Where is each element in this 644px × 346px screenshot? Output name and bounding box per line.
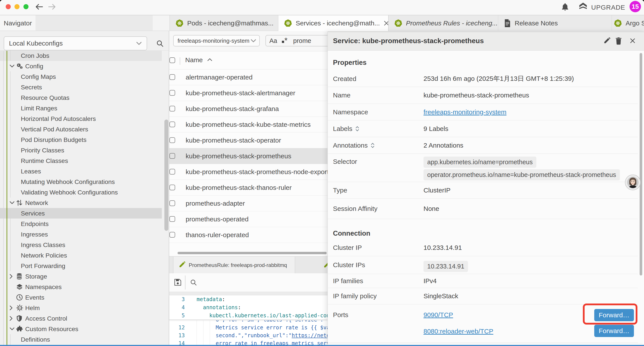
close-window-button[interactable] (6, 4, 11, 9)
sidebar-item-cron-jobs[interactable]: Cron Jobs (0, 50, 162, 61)
service-name: kube-prometheus-stack-alertmanager (186, 89, 295, 97)
sidebar-item-events[interactable]: Events (0, 292, 162, 303)
row-checkbox[interactable] (170, 169, 175, 175)
forward-arrow-icon (48, 3, 56, 10)
sidebar-item-custom-resources[interactable]: Custom Resources (0, 324, 162, 334)
regex-toggle[interactable]: * (282, 36, 287, 45)
history-forward-button[interactable] (48, 3, 56, 11)
sidebar-item-priority-classes[interactable]: Priority Classes (0, 145, 162, 155)
user-notifications-badge[interactable]: 15 (630, 1, 641, 12)
helm-icon: HELM (16, 304, 23, 311)
svg-text:HELM: HELM (18, 307, 22, 309)
horizontal-scrollbar-thumb[interactable] (178, 252, 326, 254)
sidebar-item-network[interactable]: Network (0, 198, 162, 208)
sidebar-item-namespaces[interactable]: Namespaces (0, 282, 162, 292)
tab-bar-gap (153, 15, 169, 31)
tab-argo[interactable]: Argo Se (612, 15, 644, 31)
close-drawer-icon[interactable] (630, 38, 636, 44)
drawer-row-cluster_ips: Cluster IPs10.233.14.91 (328, 256, 638, 274)
forward-port-8080-button[interactable]: Forward… (594, 325, 634, 337)
sidebar-item-config-maps[interactable]: Config Maps (0, 71, 162, 82)
editor-search-icon[interactable] (190, 279, 197, 287)
port-link-8080[interactable]: 8080:reloader-web/TCP (424, 328, 494, 335)
row-checkbox[interactable] (170, 153, 175, 159)
sidebar-item-access-control[interactable]: Access Control (0, 313, 162, 324)
toggle-icon[interactable] (355, 126, 359, 132)
port-link-9090[interactable]: 9090/TCP (424, 311, 453, 319)
sidebar-item-definitions[interactable]: Definitions (0, 334, 162, 345)
line-number: 12 (169, 325, 185, 331)
sidebar-item-port-forwarding[interactable]: Port Forwarding (0, 261, 162, 271)
sidebar-item-pod-disruption-budgets[interactable]: Pod Disruption Budgets (0, 134, 162, 145)
maximize-window-button[interactable] (24, 4, 28, 9)
drawer-scrollbar-thumb[interactable] (640, 53, 642, 276)
sidebar-item-runtime-classes[interactable]: Runtime Classes (0, 155, 162, 166)
annotations-count: 2 Annotations (424, 142, 464, 149)
drawer-row-ip_family_policy: IP family policySingleStack (328, 288, 638, 304)
sidebar-item-endpoints[interactable]: Endpoints (0, 219, 162, 229)
sidebar-item-vertical-pod-autoscalers[interactable]: Vertical Pod Autoscalers (0, 124, 162, 134)
sidebar-item-ingress-classes[interactable]: Ingress Classes (0, 240, 162, 250)
dock-tab-prometheusrule[interactable]: PrometheusRule: freeleaps-prod-rabbitmq (173, 257, 295, 274)
sidebar-item-limit-ranges[interactable]: Limit Ranges (0, 103, 162, 113)
namespace-link[interactable]: freeleaps-monitoring-system (424, 108, 506, 116)
tab-prometheus[interactable]: Prometheus Rules - icecheng... (388, 15, 498, 31)
tree-expand-chevron[interactable] (10, 201, 14, 204)
tree-expand-chevron[interactable] (10, 316, 13, 321)
column-header-name[interactable]: Name (185, 56, 203, 64)
sidebar-item-config[interactable]: Config (0, 61, 162, 71)
save-icon[interactable] (174, 279, 182, 287)
sidebar-item-validating-webhook-configurations[interactable]: Validating Webhook Configurations (0, 187, 162, 198)
notifications-bell-icon[interactable] (561, 3, 569, 12)
clock-icon (16, 294, 23, 301)
tab-release[interactable]: Release Notes (498, 15, 612, 31)
chevron-right-icon (10, 274, 13, 279)
service-name: prometheus-operated (186, 216, 248, 223)
delete-icon[interactable] (615, 37, 622, 45)
sidebar-item-label: Leases (21, 168, 41, 175)
select-all-checkbox[interactable] (170, 57, 175, 63)
sidebar-item-label: Cron Jobs (21, 52, 49, 59)
sidebar-item-horizontal-pod-autoscalers[interactable]: Horizontal Pod Autoscalers (0, 113, 162, 124)
minimize-window-button[interactable] (14, 4, 20, 9)
row-checkbox[interactable] (170, 90, 175, 96)
tree-expand-chevron[interactable] (10, 327, 14, 331)
sidebar-item-network-policies[interactable]: Network Policies (0, 250, 162, 261)
toggle-icon[interactable] (371, 143, 374, 148)
sidebar-item-helm[interactable]: HELMHelm (0, 303, 162, 313)
sidebar-item-secrets[interactable]: Secrets (0, 82, 162, 92)
row-checkbox[interactable] (170, 122, 175, 127)
sidebar-item-leases[interactable]: Leases (0, 166, 162, 177)
tab-pods[interactable]: Pods - icecheng@mathmas... (170, 15, 278, 31)
row-checkbox[interactable] (170, 74, 175, 80)
row-checkbox[interactable] (170, 200, 175, 206)
row-checkbox[interactable] (170, 232, 175, 238)
match-case-toggle[interactable]: Aa (270, 37, 277, 44)
namespace-select[interactable]: freeleaps-monitoring-system (173, 35, 260, 46)
service-name: alertmanager-operated (186, 74, 252, 81)
sidebar-item-ingresses[interactable]: Ingresses (0, 229, 162, 240)
sidebar-item-storage[interactable]: Storage (0, 271, 162, 282)
row-checkbox[interactable] (170, 137, 175, 143)
upgrade-button[interactable]: UPGRADE (579, 2, 625, 13)
tree-expand-chevron[interactable] (10, 65, 14, 68)
sidebar-item-services[interactable]: Services (0, 208, 162, 219)
user-avatar[interactable] (625, 175, 641, 190)
close-tab-icon[interactable] (384, 20, 388, 26)
kubernetes-icon (176, 19, 184, 27)
history-back-button[interactable] (35, 3, 44, 11)
row-checkbox[interactable] (170, 106, 175, 111)
drawer-row-type: TypeClusterIP (328, 182, 638, 199)
row-checkbox[interactable] (170, 185, 175, 190)
drawer-row-label: IP family policy (333, 292, 377, 300)
sidebar-scrollbar-thumb[interactable] (164, 120, 168, 231)
sidebar-item-label: Secrets (21, 84, 42, 91)
row-checkbox[interactable] (170, 216, 175, 222)
sidebar-item-resource-quotas[interactable]: Resource Quotas (0, 92, 162, 103)
tree-expand-chevron[interactable] (10, 306, 13, 310)
sidebar-item-mutating-webhook-configurations[interactable]: Mutating Webhook Configurations (0, 177, 162, 187)
tree-expand-chevron[interactable] (10, 274, 13, 279)
avatar[interactable] (625, 175, 641, 191)
tab-services[interactable]: Services - icecheng@math... (278, 15, 388, 31)
edit-icon[interactable] (604, 37, 610, 45)
